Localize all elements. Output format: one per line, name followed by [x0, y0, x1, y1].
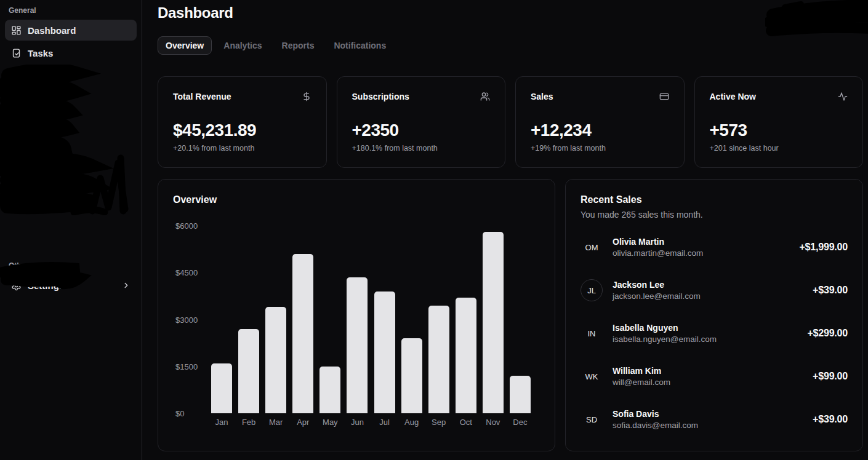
bar-column [425, 226, 452, 413]
y-tick-label: $3000 [175, 315, 198, 324]
avatar: IN [581, 322, 603, 344]
bar-column [208, 226, 235, 413]
bars [208, 226, 534, 413]
bar-column [507, 226, 534, 413]
recent-sales-title: Recent Sales [581, 194, 848, 205]
sidebar-item-label: Settings [28, 280, 64, 291]
stat-change: +19% from last month [531, 144, 669, 153]
bar-jun [347, 277, 368, 413]
bar-apr [292, 254, 313, 413]
tab-analytics[interactable]: Analytics [215, 36, 270, 55]
y-tick-label: $1500 [175, 362, 198, 371]
x-tick-label: Jul [371, 418, 398, 427]
customer-email: olivia.martin@email.com [613, 248, 703, 258]
customer-email: will@email.com [613, 378, 670, 387]
bar-dec [510, 376, 531, 413]
sidebar-item-label: Tasks [28, 48, 53, 58]
tab-notifications[interactable]: Notifications [326, 36, 394, 55]
sale-row: JL Jackson Lee jackson.lee@email.com +$3… [581, 279, 848, 301]
x-tick-label: Nov [480, 418, 507, 427]
customer-name: Olivia Martin [613, 237, 703, 247]
stat-title: Total Revenue [173, 92, 231, 101]
x-tick-label: Apr [289, 418, 316, 427]
bar-column [480, 226, 507, 413]
bar-column [316, 226, 344, 413]
bar-column [398, 226, 425, 413]
stat-card-active-now: Active Now +573 +201 since last hour [694, 76, 864, 168]
customer-name: Sofia Davis [613, 409, 698, 419]
avatar: JL [581, 279, 603, 301]
x-axis: JanFebMarAprMayJunJulAugSepOctNovDec [208, 418, 534, 427]
sale-row: IN Isabella Nguyen isabella.nguyen@email… [581, 322, 848, 344]
tasks-icon [11, 48, 22, 58]
settings-icon [11, 280, 22, 291]
stat-value: +12,234 [531, 121, 669, 140]
stat-card-sales: Sales +12,234 +19% from last month [515, 76, 685, 168]
sidebar-section-other: Other Settings [5, 260, 137, 296]
bar-aug [401, 338, 422, 413]
bar-chart: $6000$4500$3000$1500$0 JanFebMarAprMayJu… [173, 226, 540, 427]
sale-amount: +$99.00 [813, 371, 848, 382]
y-tick-label: $6000 [175, 221, 198, 231]
y-axis: $6000$4500$3000$1500$0 [173, 226, 208, 413]
tab-overview[interactable]: Overview [158, 36, 212, 55]
sidebar-section-label: Other [5, 260, 137, 275]
x-tick-label: Oct [452, 418, 480, 427]
x-tick-label: Dec [507, 418, 534, 427]
bar-jan [211, 363, 232, 413]
bar-column [289, 226, 316, 413]
y-tick-label: $0 [175, 409, 184, 418]
stat-cards-row: Total Revenue $45,231.89 +20.1% from las… [158, 76, 863, 168]
stat-title: Subscriptions [352, 92, 409, 101]
stat-change: +201 since last hour [710, 144, 848, 153]
bar-oct [456, 298, 476, 413]
page-title: Dashboard [158, 4, 863, 22]
bar-column [262, 226, 289, 413]
sidebar-item-tasks[interactable]: Tasks [5, 42, 137, 63]
overview-chart-card: Overview $6000$4500$3000$1500$0 JanFebMa… [158, 179, 555, 451]
sidebar-item-dashboard[interactable]: Dashboard [5, 20, 137, 41]
sale-row: WK William Kim will@email.com +$99.00 [581, 365, 848, 387]
stat-title: Active Now [710, 92, 756, 101]
sale-amount: +$39.00 [813, 414, 848, 425]
sale-row: SD Sofia Davis sofia.davis@email.com +$3… [581, 408, 848, 430]
recent-sales-card: Recent Sales You made 265 sales this mon… [565, 179, 863, 451]
y-tick-label: $4500 [175, 268, 198, 277]
avatar: WK [581, 365, 603, 387]
x-tick-label: Jun [344, 418, 371, 427]
bar-column [452, 226, 480, 413]
x-tick-label: Feb [235, 418, 262, 427]
activity-icon [838, 92, 848, 101]
bar-column [344, 226, 371, 413]
sale-row: OM Olivia Martin olivia.martin@email.com… [581, 236, 848, 258]
customer-email: isabella.nguyen@email.com [613, 335, 717, 344]
sale-amount: +$1,999.00 [799, 242, 848, 253]
customer-name: Jackson Lee [613, 280, 701, 290]
bar-feb [238, 329, 259, 413]
customer-email: sofia.davis@email.com [613, 421, 698, 430]
x-tick-label: Jan [208, 418, 235, 427]
x-tick-label: Aug [398, 418, 425, 427]
customer-name: William Kim [613, 366, 670, 376]
customer-name: Isabella Nguyen [613, 323, 717, 333]
stat-change: +180.1% from last month [352, 144, 491, 153]
tab-bar: Overview Analytics Reports Notifications [158, 36, 863, 55]
plot-area: JanFebMarAprMayJunJulAugSepOctNovDec [208, 226, 534, 427]
x-tick-label: Mar [262, 418, 289, 427]
sidebar-section-label: General [5, 5, 137, 20]
bar-nov [483, 232, 504, 413]
bar-column [235, 226, 262, 413]
stat-value: +573 [710, 121, 848, 140]
bar-mar [265, 307, 286, 413]
stat-value: $45,231.89 [173, 121, 311, 140]
sidebar-item-settings[interactable]: Settings [5, 275, 137, 296]
stat-change: +20.1% from last month [173, 144, 311, 153]
dollar-icon [302, 92, 311, 101]
main-content: Dashboard Overview Analytics Reports Not… [142, 0, 868, 460]
bar-jul [374, 291, 395, 413]
recent-sales-subtitle: You made 265 sales this month. [581, 210, 848, 220]
recent-sales-list: OM Olivia Martin olivia.martin@email.com… [581, 236, 848, 430]
bar-column [371, 226, 398, 413]
tab-reports[interactable]: Reports [274, 36, 323, 55]
x-tick-label: Sep [425, 418, 452, 427]
